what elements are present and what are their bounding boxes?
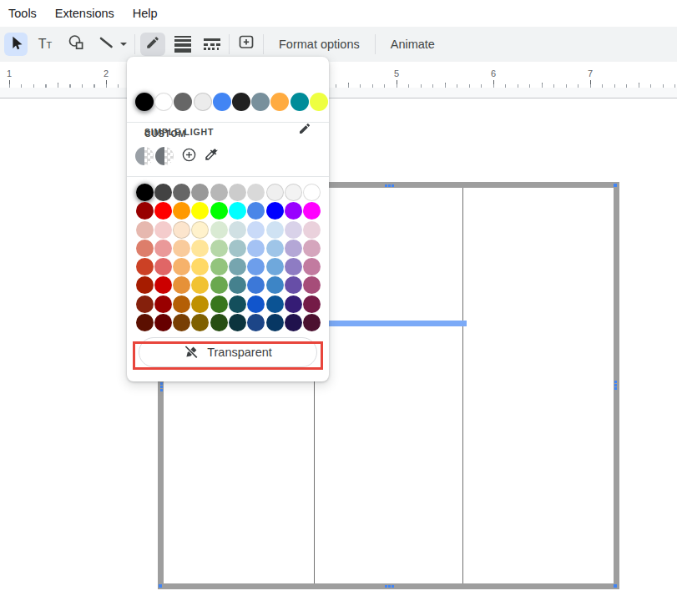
palette-color-swatch[interactable] — [210, 314, 228, 331]
table-drag-handle-dot[interactable] — [614, 381, 617, 383]
theme-color-swatch[interactable] — [154, 93, 173, 111]
palette-color-swatch[interactable] — [191, 314, 209, 331]
edit-theme-button[interactable] — [297, 123, 312, 138]
palette-color-swatch[interactable] — [154, 184, 172, 201]
palette-color-swatch[interactable] — [229, 221, 246, 239]
table-drag-handle-dot[interactable] — [614, 387, 617, 390]
table-drag-handle-dot[interactable] — [388, 184, 391, 187]
palette-color-swatch[interactable] — [247, 295, 265, 313]
palette-color-swatch[interactable] — [173, 202, 190, 220]
palette-color-swatch[interactable] — [247, 221, 265, 239]
palette-color-swatch[interactable] — [154, 221, 172, 239]
line-tool-menu-button[interactable] — [118, 33, 129, 56]
palette-color-swatch[interactable] — [154, 314, 172, 331]
palette-color-swatch[interactable] — [229, 314, 246, 331]
custom-transparent-swatch[interactable] — [155, 147, 174, 165]
palette-color-swatch[interactable] — [136, 184, 154, 201]
border-dash-button[interactable] — [200, 33, 224, 56]
palette-color-swatch[interactable] — [154, 240, 172, 257]
palette-color-swatch[interactable] — [154, 202, 172, 220]
palette-color-swatch[interactable] — [303, 240, 321, 257]
palette-color-swatch[interactable] — [136, 276, 154, 294]
theme-color-swatch[interactable] — [232, 93, 250, 111]
menu-extensions[interactable]: Extensions — [55, 7, 114, 20]
palette-color-swatch[interactable] — [173, 258, 190, 275]
palette-color-swatch[interactable] — [210, 295, 228, 313]
palette-color-swatch[interactable] — [285, 202, 302, 220]
palette-color-swatch[interactable] — [210, 276, 228, 294]
table-resize-handle-bottom-left[interactable] — [159, 584, 162, 588]
table-drag-handle-dot[interactable] — [160, 389, 163, 391]
palette-color-swatch[interactable] — [136, 221, 154, 239]
palette-color-swatch[interactable] — [173, 221, 190, 239]
menu-help[interactable]: Help — [133, 7, 158, 20]
palette-color-swatch[interactable] — [229, 184, 246, 201]
palette-color-swatch[interactable] — [191, 295, 209, 313]
palette-color-swatch[interactable] — [210, 202, 228, 220]
theme-color-swatch[interactable] — [194, 93, 212, 111]
palette-color-swatch[interactable] — [266, 314, 284, 331]
theme-color-swatch[interactable] — [270, 93, 289, 111]
palette-color-swatch[interactable] — [285, 240, 302, 257]
palette-color-swatch[interactable] — [191, 221, 209, 239]
palette-color-swatch[interactable] — [191, 202, 209, 220]
palette-color-swatch[interactable] — [210, 184, 228, 201]
table-drag-handle-dot[interactable] — [614, 384, 617, 386]
format-options-button[interactable]: Format options — [269, 38, 370, 51]
palette-color-swatch[interactable] — [173, 295, 190, 313]
shape-tool-button[interactable] — [64, 33, 88, 56]
theme-color-swatch[interactable] — [310, 93, 328, 111]
palette-color-swatch[interactable] — [266, 258, 284, 275]
palette-color-swatch[interactable] — [191, 258, 209, 275]
add-custom-color-button[interactable] — [179, 147, 198, 165]
palette-color-swatch[interactable] — [266, 240, 284, 257]
palette-color-swatch[interactable] — [229, 202, 246, 220]
palette-color-swatch[interactable] — [173, 184, 190, 201]
palette-color-swatch[interactable] — [247, 258, 265, 275]
theme-color-swatch[interactable] — [174, 93, 192, 111]
palette-color-swatch[interactable] — [136, 295, 154, 313]
border-weight-button[interactable] — [171, 33, 195, 56]
palette-color-swatch[interactable] — [154, 258, 172, 275]
menu-tools[interactable]: Tools — [8, 7, 37, 20]
text-box-tool-button[interactable]: TT — [33, 33, 57, 56]
palette-color-swatch[interactable] — [285, 221, 302, 239]
palette-color-swatch[interactable] — [303, 314, 321, 331]
table-drag-handle-dot[interactable] — [385, 184, 387, 187]
palette-color-swatch[interactable] — [229, 258, 246, 275]
palette-color-swatch[interactable] — [210, 240, 228, 257]
animate-button[interactable]: Animate — [381, 38, 445, 51]
custom-transparent-swatch[interactable] — [135, 147, 154, 165]
table-drag-handle-dot[interactable] — [392, 585, 394, 588]
table-column-border[interactable] — [462, 188, 463, 583]
palette-color-swatch[interactable] — [210, 258, 228, 275]
theme-color-swatch[interactable] — [251, 93, 270, 111]
palette-color-swatch[interactable] — [173, 314, 190, 331]
add-comment-button[interactable] — [235, 33, 258, 56]
palette-color-swatch[interactable] — [229, 276, 246, 294]
palette-color-swatch[interactable] — [303, 295, 321, 313]
palette-color-swatch[interactable] — [285, 276, 302, 294]
table-drag-handle-dot[interactable] — [385, 585, 387, 588]
table-drag-handle-dot[interactable] — [392, 184, 394, 187]
palette-color-swatch[interactable] — [303, 202, 321, 220]
palette-color-swatch[interactable] — [191, 240, 209, 257]
theme-color-swatch[interactable] — [135, 93, 154, 111]
line-tool-button[interactable] — [94, 33, 118, 56]
palette-color-swatch[interactable] — [247, 184, 265, 201]
palette-color-swatch[interactable] — [247, 314, 265, 331]
table-drag-handle-dot[interactable] — [160, 386, 163, 388]
table-resize-handle-top-right[interactable] — [614, 184, 617, 187]
palette-color-swatch[interactable] — [266, 184, 284, 201]
palette-color-swatch[interactable] — [136, 202, 154, 220]
palette-color-swatch[interactable] — [266, 202, 284, 220]
palette-color-swatch[interactable] — [154, 295, 172, 313]
palette-color-swatch[interactable] — [266, 276, 284, 294]
table-drag-handle-dot[interactable] — [388, 585, 391, 588]
palette-color-swatch[interactable] — [285, 184, 302, 201]
table-drag-handle-dot[interactable] — [160, 382, 163, 385]
palette-color-swatch[interactable] — [266, 295, 284, 313]
palette-color-swatch[interactable] — [303, 258, 321, 275]
palette-color-swatch[interactable] — [136, 240, 154, 257]
palette-color-swatch[interactable] — [285, 258, 302, 275]
